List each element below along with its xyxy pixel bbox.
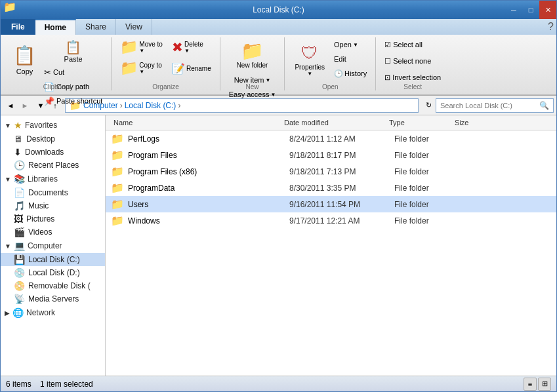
- paste-button[interactable]: 📋 Paste: [41, 37, 106, 65]
- forward-button[interactable]: ►: [18, 98, 32, 113]
- ribbon-content: 📋 Copy 📋 Paste ✂ Cut 📄: [1, 35, 556, 95]
- network-chevron: ▶: [5, 309, 10, 317]
- sidebar-item-removable[interactable]: 📀 Removable Disk (: [1, 279, 105, 292]
- libraries-icon: 📚: [14, 174, 25, 184]
- file-row-perflogs[interactable]: 📁 PerfLogs 8/24/2011 1:12 AM File folder: [106, 130, 556, 147]
- removable-icon: 📀: [14, 281, 25, 291]
- select-all-button[interactable]: ☑ Select all: [381, 37, 444, 52]
- select-none-button[interactable]: ☐ Select none: [381, 54, 444, 68]
- pictures-icon: 🖼: [14, 214, 23, 224]
- open-group-content: 🛡 Properties ▼ Open ▼ Edit 🕒: [290, 37, 370, 82]
- history-icon: 🕒: [334, 69, 343, 78]
- delete-button[interactable]: ✖ Delete ▼: [169, 37, 215, 57]
- file-row-users[interactable]: 📁 Users 9/16/2011 11:54 PM File folder: [106, 196, 556, 212]
- organize-buttons-2: ✖ Delete ▼ 📝 Rename: [169, 37, 215, 78]
- clipboard-group-content: 📋 Copy 📋 Paste ✂ Cut 📄: [9, 37, 106, 82]
- folder-icon: 📁: [111, 182, 124, 194]
- desktop-icon: 🖥: [14, 134, 23, 144]
- sidebar-item-desktop[interactable]: 🖥 Desktop: [1, 132, 105, 146]
- libraries-chevron: ▼: [5, 176, 11, 183]
- file-row-program-files[interactable]: 📁 Program Files 9/18/2011 8:17 PM File f…: [106, 147, 556, 163]
- sidebar-item-local-d[interactable]: 💿 Local Disk (D:): [1, 266, 105, 279]
- back-button[interactable]: ◄: [3, 98, 18, 113]
- sidebar-item-pictures[interactable]: 🖼 Pictures: [1, 212, 105, 225]
- organize-label: Organize: [117, 83, 214, 90]
- new-label: New: [226, 83, 279, 90]
- ribbon-group-organize: 📁 Move to ▼ 📁 Copy to ▼: [112, 37, 220, 90]
- select-all-icon: ☑: [384, 41, 391, 49]
- videos-icon: 🎬: [14, 227, 25, 237]
- file-row-windows[interactable]: 📁 Windows 9/17/2011 12:21 AM File folder: [106, 212, 556, 229]
- media-servers-icon: 📡: [14, 294, 25, 304]
- col-header-name[interactable]: Name: [111, 117, 281, 128]
- local-disk-d-icon: 💿: [14, 267, 25, 278]
- cut-button[interactable]: ✂ Cut: [41, 65, 106, 79]
- properties-button[interactable]: 🛡 Properties ▼: [290, 37, 329, 82]
- sidebar-item-music[interactable]: 🎵 Music: [1, 199, 105, 212]
- ribbon-help-icon[interactable]: ?: [548, 21, 554, 33]
- sidebar-item-videos[interactable]: 🎬 Videos: [1, 225, 105, 239]
- ribbon-group-clipboard: 📋 Copy 📋 Paste ✂ Cut 📄: [3, 37, 112, 90]
- open-label: Open: [290, 83, 370, 90]
- properties-icon: 🛡: [301, 43, 318, 64]
- sidebar-libraries-header[interactable]: ▼ 📚 Libraries: [1, 172, 105, 186]
- invert-selection-button[interactable]: ⊡ Invert selection: [381, 70, 444, 85]
- ribbon-group-select: ☑ Select all ☐ Select none ⊡ Invert sele…: [376, 37, 449, 90]
- col-header-size[interactable]: Size: [452, 117, 505, 128]
- tab-view[interactable]: View: [116, 19, 152, 35]
- tab-share[interactable]: Share: [76, 19, 116, 35]
- col-header-date[interactable]: Date modified: [281, 117, 386, 128]
- local-disk-c-icon: 💾: [14, 254, 25, 265]
- sidebar-item-media-servers[interactable]: 📡 Media Servers: [1, 292, 105, 305]
- sidebar-computer-header[interactable]: ▼ 💻 Computer: [1, 239, 105, 253]
- edit-button[interactable]: Edit: [331, 52, 370, 66]
- rename-button[interactable]: 📝 Rename: [169, 58, 215, 78]
- sidebar-item-recent-places[interactable]: 🕒 Recent Places: [1, 159, 105, 172]
- open-button[interactable]: Open ▼: [331, 37, 370, 52]
- window-controls: ─ □ ✕: [505, 1, 556, 19]
- copy-to-button[interactable]: 📁 Copy to ▼: [117, 58, 166, 78]
- favorites-chevron: ▼: [5, 122, 11, 129]
- large-icons-view-button[interactable]: ⊞: [538, 378, 551, 391]
- status-bar: 6 items 1 item selected ≡ ⊞: [1, 376, 556, 391]
- search-input[interactable]: [440, 102, 539, 109]
- favorites-icon: ★: [14, 120, 22, 130]
- sidebar-network-header[interactable]: ▶ 🌐 Network: [1, 305, 105, 320]
- tab-file[interactable]: File: [1, 19, 35, 35]
- file-row-programdata[interactable]: 📁 ProgramData 8/30/2011 3:35 PM File fol…: [106, 180, 556, 196]
- open-secondary: Open ▼ Edit 🕒 History: [331, 37, 370, 81]
- maximize-button[interactable]: □: [522, 1, 539, 19]
- sidebar-favorites-header[interactable]: ▼ ★ Favorites: [1, 118, 105, 132]
- sidebar: ▼ ★ Favorites 🖥 Desktop ⬇ Downloads 🕒 Re…: [1, 115, 106, 376]
- paste-shortcut-icon: 📌: [44, 96, 54, 106]
- search-icon: 🔍: [539, 101, 549, 110]
- details-view-button[interactable]: ≡: [524, 378, 537, 391]
- window-icon-area: 📁: [3, 1, 16, 13]
- close-button[interactable]: ✕: [539, 1, 556, 19]
- sidebar-item-downloads[interactable]: ⬇ Downloads: [1, 146, 105, 159]
- sidebar-item-local-c[interactable]: 💾 Local Disk (C:): [1, 253, 105, 266]
- file-row-program-files-x86[interactable]: 📁 Program Files (x86) 9/18/2011 7:13 PM …: [106, 163, 556, 180]
- folder-icon: 📁: [111, 214, 124, 227]
- view-controls: ≡ ⊞: [524, 378, 551, 391]
- history-button[interactable]: 🕒 History: [331, 66, 370, 81]
- col-header-type[interactable]: Type: [386, 117, 452, 128]
- delete-icon: ✖: [172, 39, 183, 55]
- tab-home[interactable]: Home: [35, 19, 76, 35]
- new-folder-area: 📁 New folder New item ▼ Easy access ▼: [226, 37, 279, 102]
- move-to-button[interactable]: 📁 Move to ▼: [117, 37, 166, 57]
- path-local-disk[interactable]: Local Disk (C:): [125, 101, 176, 110]
- main-area: ▼ ★ Favorites 🖥 Desktop ⬇ Downloads 🕒 Re…: [1, 115, 556, 376]
- ribbon: File Home Share View ? 📋 Copy: [1, 19, 556, 96]
- move-to-icon: 📁: [120, 39, 138, 56]
- clipboard-label: Clipboard: [9, 83, 106, 90]
- ribbon-group-new: 📁 New folder New item ▼ Easy access ▼: [220, 37, 285, 90]
- new-folder-button[interactable]: 📁 New folder: [232, 37, 273, 71]
- copy-button[interactable]: 📋 Copy: [9, 37, 41, 82]
- sidebar-item-documents[interactable]: 📄 Documents: [1, 186, 105, 199]
- paste-shortcut-button[interactable]: 📌 Paste shortcut: [41, 94, 106, 108]
- computer-icon: 💻: [14, 241, 25, 251]
- new-group-content: 📁 New folder New item ▼ Easy access ▼: [226, 37, 279, 82]
- refresh-button[interactable]: ↻: [421, 98, 436, 113]
- minimize-button[interactable]: ─: [505, 1, 522, 19]
